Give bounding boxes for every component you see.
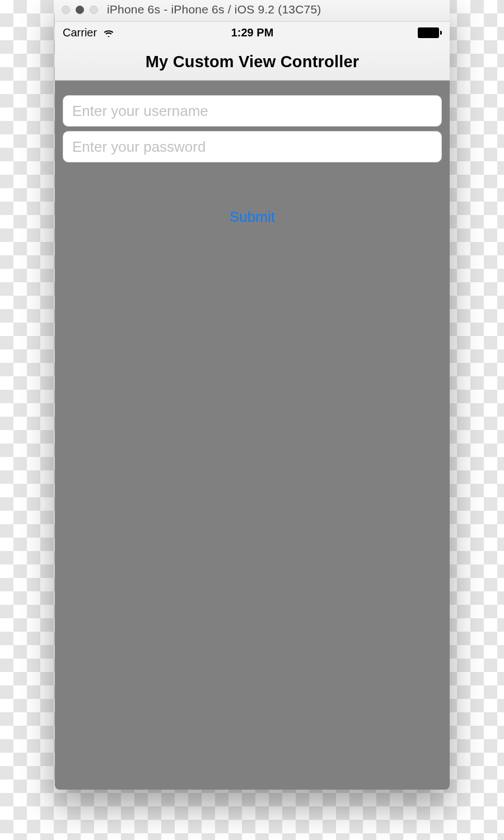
password-field-container [63,131,442,162]
carrier-label: Carrier [63,26,97,39]
username-input[interactable] [71,102,433,120]
simulator-window: iPhone 6s - iPhone 6s / iOS 9.2 (13C75) … [55,0,450,790]
content-area: Submit [55,81,450,790]
battery-icon [418,27,442,38]
traffic-lights [62,6,98,14]
username-field-container [63,95,442,127]
password-input[interactable] [71,138,433,156]
ios-statusbar: Carrier 1:29 PM [55,22,450,43]
window-title: iPhone 6s - iPhone 6s / iOS 9.2 (13C75) [104,3,443,16]
mac-titlebar: iPhone 6s - iPhone 6s / iOS 9.2 (13C75) [55,0,450,22]
submit-button[interactable]: Submit [223,205,282,229]
submit-container: Submit [55,205,450,229]
page-title: My Custom View Controller [146,53,360,71]
window-minimize-button[interactable] [76,6,84,14]
navigation-bar: My Custom View Controller [55,43,450,81]
window-zoom-button[interactable] [90,6,98,14]
wifi-icon [102,28,115,37]
window-close-button[interactable] [62,6,70,14]
